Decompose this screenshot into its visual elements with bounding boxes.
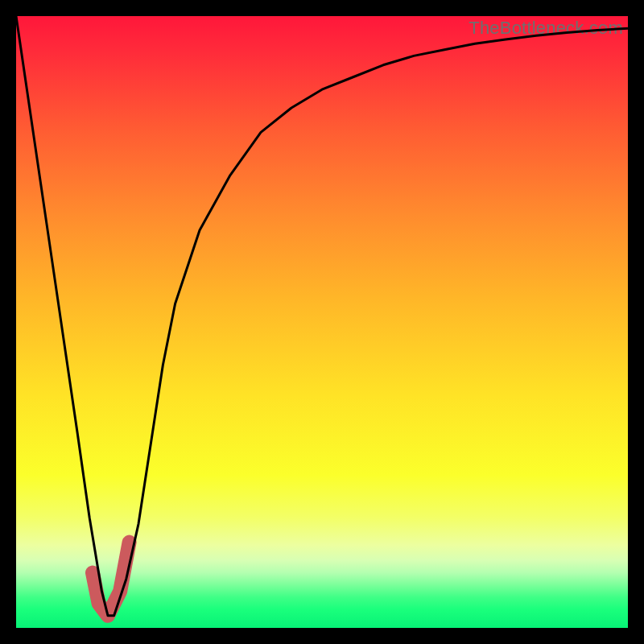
chart-frame: TheBottleneck.com <box>0 0 644 644</box>
curve-layer <box>16 16 628 628</box>
plot-area: TheBottleneck.com <box>16 16 628 628</box>
bottleneck-curve-path <box>16 16 628 616</box>
accent-highlight-path <box>93 543 130 616</box>
